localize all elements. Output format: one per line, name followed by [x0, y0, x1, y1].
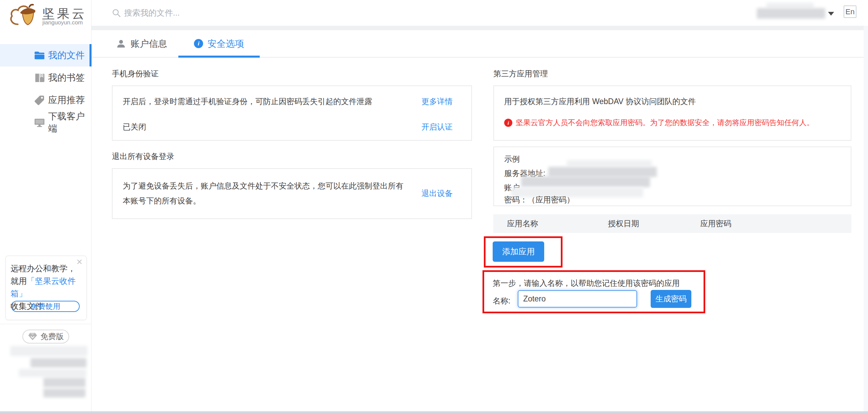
example-panel: 示例 服务器地址: 账户 密码：（应用密码）	[493, 146, 851, 206]
sidebar-divider	[0, 324, 92, 324]
tab-strip: 账户信息 i 安全选项	[92, 30, 864, 58]
more-details-link[interactable]: 更多详情	[421, 96, 453, 107]
step-hint: 第一步，请输入名称，以帮助您记住使用该密码的应用	[493, 278, 680, 289]
section-title-third-party: 第三方应用管理	[493, 68, 548, 79]
user-account-menu[interactable]	[746, 1, 834, 23]
info-icon: i	[194, 39, 203, 48]
nutstore-logo-icon	[7, 3, 41, 28]
section-title-logout-all: 退出所有设备登录	[112, 151, 174, 162]
search-input[interactable]	[124, 6, 314, 20]
generate-password-button[interactable]: 生成密码	[651, 290, 691, 308]
sidebar-item-my-bookmarks[interactable]: 我的书签	[0, 66, 92, 89]
phone-auth-panel: 开启后，登录时需通过手机验证身份，可防止因密码丢失引起的文件泄露 更多详情 已关…	[112, 85, 472, 141]
person-icon	[116, 39, 126, 49]
sidebar-item-label: 下载客户端	[48, 110, 92, 135]
topbar-divider	[92, 26, 868, 30]
logout-all-panel: 为了避免设备丢失后，账户信息及文件处于不安全状态，您可以在此强制登出所有 本账号…	[112, 168, 472, 219]
phone-auth-desc: 开启后，登录时需通过手机验证身份，可防止因密码丢失引起的文件泄露	[123, 96, 372, 107]
search-icon	[112, 8, 121, 18]
example-title: 示例	[504, 154, 520, 164]
sidebar-item-download-client[interactable]: 下载客户端	[0, 111, 92, 134]
redacted-user-info	[766, 3, 814, 8]
redacted-storage-info	[10, 346, 87, 356]
sidebar-item-label: 我的文件	[48, 49, 85, 61]
tag-icon	[34, 95, 45, 106]
active-tab-underline	[178, 56, 260, 58]
logout-all-desc-line2: 本账号下的所有设备。	[123, 196, 201, 205]
sidebar-item-label: 应用推荐	[48, 94, 85, 106]
bookmark-book-icon	[34, 72, 45, 83]
promo-line2-prefix: 就用	[11, 276, 27, 286]
redacted-username	[757, 8, 825, 19]
phone-auth-status: 已关闭	[123, 122, 146, 132]
app-name-input[interactable]	[518, 290, 637, 308]
language-toggle-button[interactable]: En	[844, 5, 856, 18]
redacted-account	[521, 176, 650, 187]
column-header-auth-date: 授权日期	[608, 214, 639, 233]
redacted-server-address	[548, 167, 657, 177]
logout-devices-link[interactable]: 退出设备	[421, 188, 453, 199]
app-window: 坚果云 jianguoyun.com 我的文件 我的书签 应用推荐	[0, 0, 868, 413]
redacted-server-address	[567, 160, 652, 166]
logout-all-desc: 为了避免设备丢失后，账户信息及文件处于不安全状态，您可以在此强制登出所有 本账号…	[123, 178, 421, 208]
redacted-storage-info	[43, 389, 85, 397]
chevron-down-icon	[828, 12, 834, 16]
warning-info-icon: i	[504, 119, 512, 127]
promo-card: × 远程办公和教学， 就用「坚果云收件箱」 收集文件！ 免费使用	[5, 256, 87, 320]
gem-icon	[28, 332, 37, 341]
promo-line1: 远程办公和教学，	[11, 264, 76, 273]
folder-icon	[34, 50, 45, 61]
column-header-app-password: 应用密码	[700, 214, 731, 233]
tab-label: 账户信息	[131, 38, 167, 50]
enable-auth-link[interactable]: 开启认证	[421, 122, 453, 132]
sidebar-item-my-files[interactable]: 我的文件	[0, 44, 92, 66]
page-gutter	[864, 26, 868, 413]
monitor-icon	[34, 117, 45, 128]
tab-security-options[interactable]: i 安全选项	[194, 30, 244, 57]
sidebar-item-app-recommend[interactable]: 应用推荐	[0, 89, 92, 111]
security-warning: i 坚果云官方人员不会向您索取应用密码。为了您的数据安全，请勿将应用密码告知任何…	[504, 118, 814, 128]
logout-all-desc-line1: 为了避免设备丢失后，账户信息及文件处于不安全状态，您可以在此强制登出所有	[123, 181, 403, 190]
redacted-storage-info	[43, 378, 85, 387]
redacted-storage-info	[19, 369, 86, 377]
app-table-header: 应用名称 授权日期 应用密码	[493, 214, 851, 233]
password-label: 密码：（应用密码）	[504, 195, 574, 205]
name-label: 名称:	[493, 296, 510, 306]
warning-text: 坚果云官方人员不会向您索取应用密码。为了您的数据安全，请勿将应用密码告知任何人。	[516, 118, 814, 128]
sidebar-item-label: 我的书签	[48, 72, 85, 84]
plan-badge-label: 免费版	[40, 331, 64, 342]
bottom-border	[0, 411, 868, 413]
redacted-storage-info	[31, 358, 86, 368]
webdav-info-panel: 用于授权第三方应用利用 WebDAV 协议访问团队的文件 i 坚果云官方人员不会…	[493, 85, 851, 141]
tab-account-info[interactable]: 账户信息	[116, 30, 167, 57]
add-app-button[interactable]: 添加应用	[493, 241, 544, 262]
section-title-phone-auth: 手机身份验证	[112, 68, 159, 79]
sidebar: 坚果云 jianguoyun.com 我的文件 我的书签 应用推荐	[0, 0, 92, 413]
brand-domain: jianguoyun.com	[42, 19, 83, 26]
column-header-app-name: 应用名称	[507, 214, 538, 233]
plan-badge[interactable]: 免费版	[22, 330, 69, 343]
free-use-button[interactable]: 免费使用	[11, 301, 80, 312]
tab-label: 安全选项	[208, 38, 244, 50]
webdav-desc: 用于授权第三方应用利用 WebDAV 协议访问团队的文件	[504, 96, 696, 107]
